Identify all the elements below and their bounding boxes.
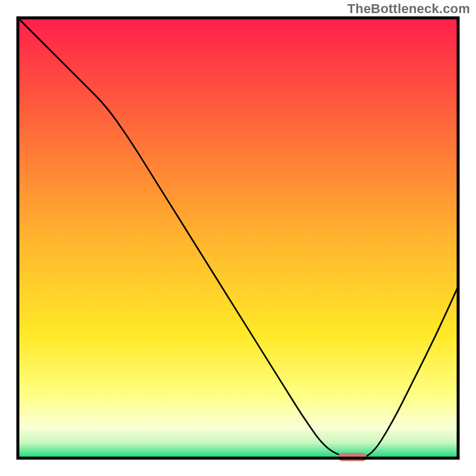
chart-stage: TheBottleneck.com (0, 0, 476, 476)
bottleneck-chart (0, 0, 476, 476)
